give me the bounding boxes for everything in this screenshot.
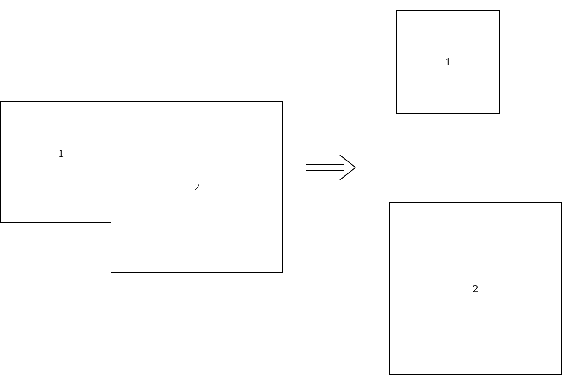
left-box-1: 1	[0, 101, 122, 223]
svg-line-2	[340, 155, 355, 167]
left-box-2-label: 2	[194, 181, 200, 193]
right-box-1-label: 1	[445, 56, 451, 68]
right-box-1: 1	[396, 10, 500, 114]
right-box-2: 2	[389, 202, 562, 375]
svg-line-3	[340, 167, 355, 180]
left-box-2: 2	[111, 101, 283, 273]
left-box-1-label: 1	[58, 147, 64, 160]
double-arrow-icon	[304, 154, 359, 183]
right-box-2-label: 2	[473, 282, 478, 295]
